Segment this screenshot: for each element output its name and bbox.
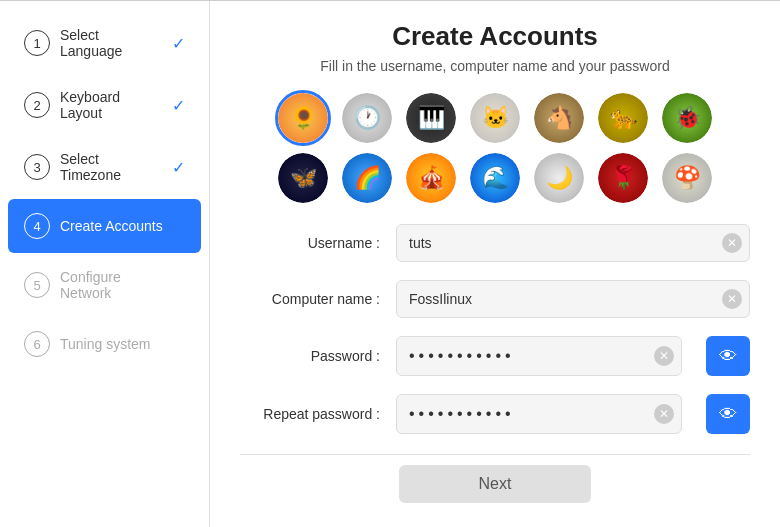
avatar-horse-img: 🐴 — [534, 93, 584, 143]
username-clear-button[interactable]: ✕ — [722, 233, 742, 253]
avatar-cat[interactable]: 🐱 — [467, 90, 523, 146]
password-input[interactable] — [396, 336, 682, 376]
avatar-rose[interactable]: 🌹 — [595, 150, 651, 206]
avatar-colorful[interactable]: 🎪 — [403, 150, 459, 206]
step-number-3: 3 — [24, 154, 50, 180]
avatar-ladybug-img: 🐞 — [662, 93, 712, 143]
eye-icon: 👁 — [719, 346, 737, 367]
avatar-piano-img: 🎹 — [406, 93, 456, 143]
username-input-wrapper: ✕ — [396, 224, 750, 262]
sidebar-item-keyboard-layout[interactable]: 2 Keyboard Layout ✓ — [8, 75, 201, 135]
repeat-password-row: Repeat password : ✕ 👁 — [240, 394, 750, 434]
page-title: Create Accounts — [240, 21, 750, 52]
avatar-sunflower-img: 🌻 — [278, 93, 328, 143]
avatar-colorful-img: 🎪 — [406, 153, 456, 203]
avatar-horse[interactable]: 🐴 — [531, 90, 587, 146]
password-input-wrapper: ✕ — [396, 336, 682, 376]
avatar-mushroom-img: 🍄 — [662, 153, 712, 203]
step-label-3: Select Timezone — [60, 151, 162, 183]
sidebar-item-configure-network: 5 Configure Network — [8, 255, 201, 315]
repeat-password-label: Repeat password : — [240, 406, 380, 422]
avatar-clock-img: 🕐 — [342, 93, 392, 143]
avatar-moon[interactable]: 🌙 — [531, 150, 587, 206]
step-check-3: ✓ — [172, 158, 185, 177]
sidebar: 1 Select Language ✓ 2 Keyboard Layout ✓ … — [0, 1, 210, 527]
avatar-piano[interactable]: 🎹 — [403, 90, 459, 146]
avatar-rainbow-img: 🌈 — [342, 153, 392, 203]
avatar-rainbow[interactable]: 🌈 — [339, 150, 395, 206]
avatar-mushroom[interactable]: 🍄 — [659, 150, 715, 206]
avatar-moon-img: 🌙 — [534, 153, 584, 203]
avatar-butterfly[interactable]: 🦋 — [275, 150, 331, 206]
step-number-1: 1 — [24, 30, 50, 56]
avatar-cat-img: 🐱 — [470, 93, 520, 143]
step-label-2: Keyboard Layout — [60, 89, 162, 121]
repeat-password-input-wrapper: ✕ — [396, 394, 682, 434]
avatar-wave[interactable]: 🌊 — [467, 150, 523, 206]
avatar-leopard[interactable]: 🐆 — [595, 90, 651, 146]
step-number-4: 4 — [24, 213, 50, 239]
repeat-eye-icon: 👁 — [719, 404, 737, 425]
step-number-6: 6 — [24, 331, 50, 357]
avatar-leopard-img: 🐆 — [598, 93, 648, 143]
repeat-password-input[interactable] — [396, 394, 682, 434]
next-button-wrapper: Next — [240, 454, 750, 507]
password-row: Password : ✕ 👁 — [240, 336, 750, 376]
computer-name-input[interactable] — [396, 280, 750, 318]
step-check-2: ✓ — [172, 96, 185, 115]
avatar-row-1: 🌻 🕐 🎹 🐱 🐴 🐆 🐞 — [240, 90, 750, 146]
sidebar-item-create-accounts[interactable]: 4 Create Accounts — [8, 199, 201, 253]
step-label-5: Configure Network — [60, 269, 175, 301]
username-label: Username : — [240, 235, 380, 251]
avatar-sunflower[interactable]: 🌻 — [275, 90, 331, 146]
computer-name-row: Computer name : ✕ — [240, 280, 750, 318]
step-label-4: Create Accounts — [60, 218, 175, 234]
password-label: Password : — [240, 348, 380, 364]
step-label-6: Tuning system — [60, 336, 175, 352]
avatar-wave-img: 🌊 — [470, 153, 520, 203]
repeat-password-eye-button[interactable]: 👁 — [706, 394, 750, 434]
avatar-butterfly-img: 🦋 — [278, 153, 328, 203]
page-subtitle: Fill in the username, computer name and … — [240, 58, 750, 74]
avatar-clock[interactable]: 🕐 — [339, 90, 395, 146]
repeat-password-clear-button[interactable]: ✕ — [654, 404, 674, 424]
computer-name-clear-button[interactable]: ✕ — [722, 289, 742, 309]
step-label-1: Select Language — [60, 27, 162, 59]
avatar-row-2: 🦋 🌈 🎪 🌊 🌙 🌹 🍄 — [240, 150, 750, 206]
password-eye-button[interactable]: 👁 — [706, 336, 750, 376]
avatar-ladybug[interactable]: 🐞 — [659, 90, 715, 146]
main-content: Create Accounts Fill in the username, co… — [210, 1, 780, 527]
username-input[interactable] — [396, 224, 750, 262]
next-button[interactable]: Next — [399, 465, 592, 503]
computer-name-input-wrapper: ✕ — [396, 280, 750, 318]
step-number-2: 2 — [24, 92, 50, 118]
sidebar-item-select-timezone[interactable]: 3 Select Timezone ✓ — [8, 137, 201, 197]
avatar-rose-img: 🌹 — [598, 153, 648, 203]
password-clear-button[interactable]: ✕ — [654, 346, 674, 366]
step-number-5: 5 — [24, 272, 50, 298]
sidebar-item-tuning-system: 6 Tuning system — [8, 317, 201, 371]
username-row: Username : ✕ — [240, 224, 750, 262]
sidebar-item-select-language[interactable]: 1 Select Language ✓ — [8, 13, 201, 73]
step-check-1: ✓ — [172, 34, 185, 53]
computer-name-label: Computer name : — [240, 291, 380, 307]
